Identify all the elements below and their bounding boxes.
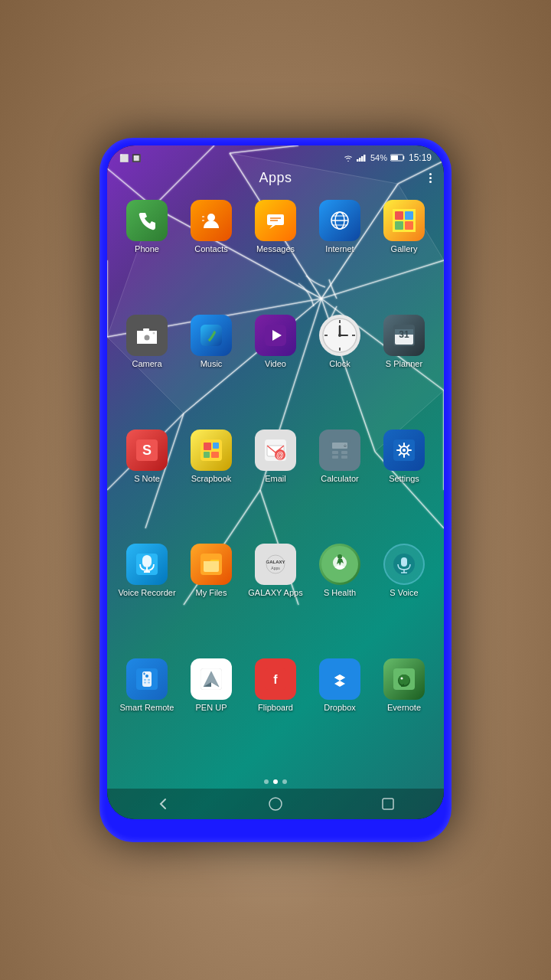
- nav-dot-3[interactable]: [282, 779, 287, 784]
- app-internet[interactable]: Internet: [311, 200, 369, 254]
- app-email[interactable]: @ Email: [246, 430, 305, 484]
- more-dot-2: [429, 177, 432, 179]
- app-scrapbook[interactable]: Scrapbook: [182, 430, 240, 484]
- home-button[interactable]: [262, 795, 289, 813]
- music-icon: [191, 315, 232, 356]
- svg-rect-79: [332, 451, 338, 454]
- signal-icon: [357, 154, 367, 162]
- svg-point-105: [337, 554, 342, 559]
- penup-label: PEN UP: [196, 703, 227, 713]
- svg-point-132: [269, 798, 282, 810]
- app-clock[interactable]: Clock: [311, 315, 369, 369]
- app-contacts[interactable]: Contacts: [182, 200, 240, 254]
- app-phone[interactable]: Phone: [118, 200, 176, 254]
- svg-point-131: [401, 678, 403, 680]
- music-label: Music: [201, 359, 223, 369]
- app-penup[interactable]: PEN UP: [182, 658, 240, 713]
- screen: ⬜ 🔲: [107, 145, 444, 819]
- app-snote[interactable]: S S Note: [118, 430, 176, 484]
- app-calculator[interactable]: ÷ Calculator: [311, 430, 369, 484]
- app-row-3: S S Note: [115, 426, 436, 541]
- app-row-1: Phone Contacts: [115, 197, 436, 312]
- app-smartremote[interactable]: Smart Remote: [118, 658, 176, 713]
- app-myfiles[interactable]: My Files: [182, 544, 240, 598]
- app-splanner[interactable]: 31 S Planner: [375, 315, 433, 369]
- battery-percent: 54%: [370, 153, 387, 162]
- scrapbook-label: Scrapbook: [191, 474, 232, 484]
- gallery-icon: [383, 200, 425, 241]
- app-messages[interactable]: Messages: [246, 200, 305, 254]
- svg-rect-71: [211, 452, 219, 458]
- bottom-nav: [107, 789, 444, 819]
- myfiles-label: My Files: [196, 588, 227, 598]
- app-camera[interactable]: Camera: [118, 315, 176, 369]
- app-galaxyapps[interactable]: GALAXY Apps GALAXY Apps: [246, 544, 305, 598]
- smartremote-label: Smart Remote: [120, 703, 174, 713]
- galaxyapps-label: GALAXY Apps: [248, 588, 302, 598]
- svg-point-29: [207, 214, 215, 221]
- flipboard-label: Flipboard: [258, 703, 293, 713]
- svoice-label: S Voice: [390, 588, 418, 598]
- app-music[interactable]: Music: [182, 315, 240, 369]
- recents-button[interactable]: [374, 795, 402, 813]
- splanner-label: S Planner: [386, 359, 422, 369]
- app-svoice[interactable]: S Voice: [375, 544, 433, 598]
- messages-icon: [255, 200, 296, 241]
- svg-rect-82: [341, 456, 347, 459]
- svg-point-85: [403, 449, 406, 452]
- clock-label: Clock: [329, 359, 350, 369]
- svg-rect-26: [364, 155, 366, 162]
- camera-icon: [126, 315, 168, 356]
- page-title: Apps: [259, 170, 292, 186]
- svg-rect-113: [144, 679, 146, 681]
- messages-label: Messages: [256, 244, 295, 254]
- app-row-4: Voice Recorder My Files: [115, 541, 436, 655]
- evernote-icon: [383, 658, 425, 700]
- svg-text:GALAXY: GALAXY: [266, 560, 285, 564]
- status-left: ⬜ 🔲: [119, 154, 141, 162]
- app-shealth[interactable]: S Health: [311, 544, 369, 598]
- svg-text:S: S: [142, 443, 152, 458]
- wifi-icon: [343, 154, 354, 162]
- svg-rect-24: [359, 158, 361, 162]
- shealth-icon: [319, 544, 360, 585]
- svg-rect-80: [341, 451, 347, 454]
- app-voicerecorder[interactable]: Voice Recorder: [118, 544, 176, 598]
- app-settings[interactable]: Settings: [375, 430, 433, 484]
- svg-text:÷: ÷: [344, 443, 347, 449]
- svg-point-60: [338, 334, 341, 337]
- time-display: 15:19: [409, 152, 432, 163]
- scrapbook-icon: [191, 430, 232, 471]
- svg-rect-30: [202, 216, 204, 217]
- voicerecorder-icon: [126, 544, 168, 585]
- smartremote-icon: [126, 658, 168, 700]
- svg-rect-116: [148, 682, 150, 684]
- splanner-icon: 31: [383, 315, 425, 356]
- phone-icon: [126, 200, 168, 241]
- nav-dot-2[interactable]: [273, 779, 278, 784]
- page-title-bar: Apps: [107, 167, 444, 192]
- camera-label: Camera: [132, 359, 161, 369]
- phone-frame: ⬜ 🔲: [99, 138, 452, 842]
- app-evernote[interactable]: Evernote: [375, 658, 433, 713]
- svoice-icon: [383, 544, 425, 585]
- svg-point-49: [153, 332, 155, 334]
- app-gallery[interactable]: Gallery: [375, 200, 433, 254]
- back-button[interactable]: [149, 795, 177, 813]
- nav-dot-1[interactable]: [264, 779, 269, 784]
- more-menu-button[interactable]: [429, 173, 432, 183]
- app-video[interactable]: Video: [246, 315, 305, 369]
- svg-rect-114: [148, 679, 150, 681]
- galaxyapps-icon: GALAXY Apps: [255, 544, 296, 585]
- svg-text:@: @: [276, 451, 284, 459]
- app-flipboard[interactable]: f Flipboard: [246, 658, 305, 713]
- svg-point-130: [399, 675, 409, 685]
- more-dot-1: [429, 173, 432, 175]
- svg-rect-45: [405, 221, 413, 230]
- app-dropbox[interactable]: Dropbox: [311, 658, 369, 713]
- svg-rect-115: [144, 682, 146, 684]
- contacts-icon: [191, 200, 232, 241]
- svg-rect-95: [142, 555, 152, 567]
- notification-icon: 🔲: [132, 154, 141, 162]
- phone-label: Phone: [135, 244, 159, 254]
